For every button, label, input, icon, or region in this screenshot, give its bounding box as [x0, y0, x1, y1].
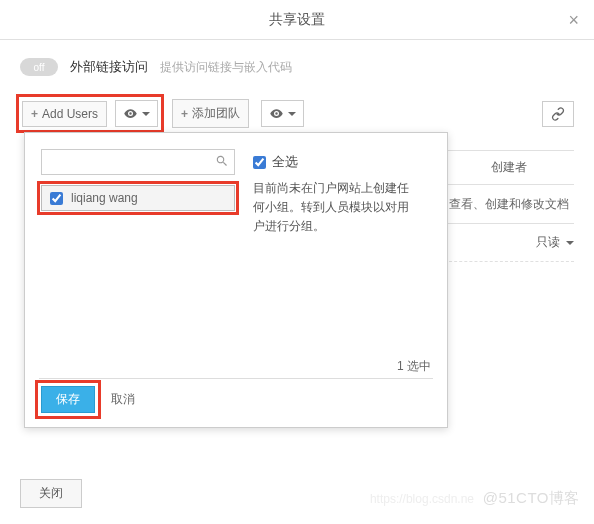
search-input[interactable] — [41, 149, 235, 175]
external-label: 外部链接访问 — [70, 58, 148, 76]
add-users-button[interactable]: + Add Users — [22, 101, 107, 127]
cancel-button[interactable]: 取消 — [111, 391, 135, 408]
user-name: liqiang wang — [71, 191, 138, 205]
save-button[interactable]: 保存 — [41, 386, 95, 413]
caret-down-icon — [566, 241, 574, 245]
users-permission-dropdown[interactable] — [115, 100, 158, 127]
creator-header: 创建者 — [444, 150, 574, 185]
add-users-label: Add Users — [42, 107, 98, 121]
eye-icon — [123, 106, 138, 121]
team-permission-dropdown[interactable] — [261, 100, 304, 127]
eye-icon — [269, 106, 284, 121]
separator — [39, 378, 433, 379]
add-team-button[interactable]: + 添加团队 — [172, 99, 249, 128]
group-info-text: 目前尚未在门户网站上创建任何小组。转到人员模块以对用户进行分组。 — [253, 179, 413, 237]
permission-dropdown[interactable]: 只读 — [444, 224, 574, 262]
user-picker-popup: liqiang wang 全选 目前尚未在门户网站上创建任何小组。转到人员模块以… — [24, 132, 448, 428]
link-icon — [550, 106, 566, 122]
plus-icon: + — [181, 107, 188, 121]
add-team-label: 添加团队 — [192, 105, 240, 122]
watermark-url: https://blog.csdn.ne — [370, 492, 474, 506]
select-all-label: 全选 — [272, 153, 298, 171]
watermark-text: @51CTO博客 — [483, 489, 580, 508]
select-all-checkbox[interactable] — [253, 156, 266, 169]
caret-down-icon — [288, 112, 296, 116]
copy-link-button[interactable] — [542, 101, 574, 127]
external-hint: 提供访问链接与嵌入代码 — [160, 59, 292, 76]
creator-desc: 查看、创建和修改文档 — [444, 185, 574, 224]
select-all[interactable]: 全选 — [253, 153, 413, 171]
search-icon — [215, 154, 229, 168]
user-checkbox[interactable] — [50, 192, 63, 205]
dialog-title: 共享设置 — [269, 11, 325, 29]
user-row[interactable]: liqiang wang — [41, 185, 235, 211]
plus-icon: + — [31, 107, 38, 121]
close-icon[interactable]: × — [568, 10, 579, 31]
caret-down-icon — [142, 112, 150, 116]
permission-label: 只读 — [536, 234, 560, 251]
close-button[interactable]: 关闭 — [20, 479, 82, 508]
selected-count: 1 选中 — [397, 358, 431, 375]
external-toggle[interactable]: off — [20, 58, 58, 76]
